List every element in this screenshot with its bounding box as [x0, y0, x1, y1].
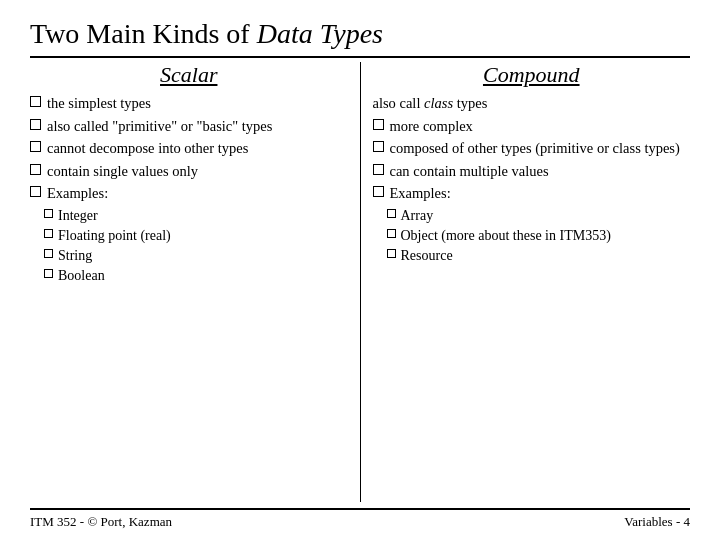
list-item: Resource: [387, 247, 691, 265]
list-item: cannot decompose into other types: [30, 139, 348, 159]
bullet-square: [30, 164, 41, 175]
scalar-list: the simplest types also called "primitiv…: [30, 94, 348, 204]
bullet-square: [373, 186, 384, 197]
list-item: Object (more about these in ITM353): [387, 227, 691, 245]
item-text: composed of other types (primitive or cl…: [390, 139, 691, 159]
list-item: Integer: [44, 207, 348, 225]
sub-item-text: Boolean: [58, 267, 105, 285]
list-item: can contain multiple values: [373, 162, 691, 182]
compound-sub-list: Array Object (more about these in ITM353…: [387, 207, 691, 266]
sub-bullet-square: [387, 229, 396, 238]
intro-suffix: types: [453, 95, 487, 111]
list-item-intro: also call class types: [373, 94, 691, 114]
list-item: Examples:: [30, 184, 348, 204]
title-italic: Data Types: [257, 18, 383, 49]
column-divider: [360, 62, 361, 502]
list-item: composed of other types (primitive or cl…: [373, 139, 691, 159]
footer: ITM 352 - © Port, Kazman Variables - 4: [30, 514, 690, 530]
item-text: Examples:: [390, 184, 691, 204]
item-text: Examples:: [47, 184, 348, 204]
list-item: Boolean: [44, 267, 348, 285]
bullet-square: [373, 164, 384, 175]
title-prefix: Two Main Kinds of: [30, 18, 257, 49]
item-text: also called "primitive" or "basic" types: [47, 117, 348, 137]
footer-left: ITM 352 - © Port, Kazman: [30, 514, 172, 530]
item-text: can contain multiple values: [390, 162, 691, 182]
sub-item-text: Integer: [58, 207, 98, 225]
item-text: contain single values only: [47, 162, 348, 182]
bottom-rule: [30, 508, 690, 510]
intro-prefix: also call: [373, 95, 425, 111]
footer-right: Variables - 4: [624, 514, 690, 530]
list-item: more complex: [373, 117, 691, 137]
sub-item-text: Object (more about these in ITM353): [401, 227, 611, 245]
left-column: Scalar the simplest types also called "p…: [30, 62, 356, 502]
item-text: cannot decompose into other types: [47, 139, 348, 159]
right-column: Compound also call class types more comp…: [365, 62, 691, 502]
item-intro-text: also call class types: [373, 94, 691, 114]
top-rule: [30, 56, 690, 58]
sub-item-text: Floating point (real): [58, 227, 171, 245]
item-text: the simplest types: [47, 94, 348, 114]
list-item: the simplest types: [30, 94, 348, 114]
list-item: String: [44, 247, 348, 265]
sub-bullet-square: [44, 249, 53, 258]
intro-italic: class: [424, 95, 453, 111]
sub-bullet-square: [387, 209, 396, 218]
sub-item-text: Resource: [401, 247, 453, 265]
bullet-square: [30, 141, 41, 152]
bullet-square: [30, 96, 41, 107]
bullet-square: [30, 119, 41, 130]
slide-title: Two Main Kinds of Data Types: [30, 18, 690, 50]
list-item: Floating point (real): [44, 227, 348, 245]
list-item: Array: [387, 207, 691, 225]
sub-bullet-square: [44, 269, 53, 278]
content-columns: Scalar the simplest types also called "p…: [30, 62, 690, 502]
sub-bullet-square: [387, 249, 396, 258]
bullet-square: [373, 119, 384, 130]
sub-item-text: Array: [401, 207, 434, 225]
sub-bullet-square: [44, 209, 53, 218]
compound-list: also call class types more complex compo…: [373, 94, 691, 204]
list-item: contain single values only: [30, 162, 348, 182]
slide: Two Main Kinds of Data Types Scalar the …: [0, 0, 720, 540]
compound-heading: Compound: [373, 62, 691, 88]
sub-item-text: String: [58, 247, 92, 265]
bullet-square: [373, 141, 384, 152]
bullet-square: [30, 186, 41, 197]
list-item: Examples:: [373, 184, 691, 204]
list-item: also called "primitive" or "basic" types: [30, 117, 348, 137]
item-text: more complex: [390, 117, 691, 137]
sub-bullet-square: [44, 229, 53, 238]
scalar-heading: Scalar: [30, 62, 348, 88]
scalar-sub-list: Integer Floating point (real) String Boo…: [44, 207, 348, 286]
